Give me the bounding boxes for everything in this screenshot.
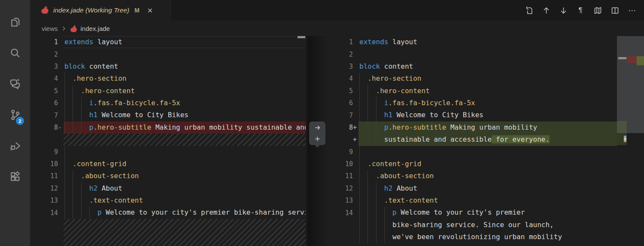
- sidebar-item-run-debug[interactable]: [5, 131, 25, 162]
- minimap-slider[interactable]: [617, 36, 644, 133]
- indent-guide: [359, 73, 360, 85]
- modified-code-row[interactable]: 3block content: [307, 61, 617, 73]
- line-number: 13: [30, 194, 64, 207]
- original-code-row[interactable]: 3block content: [30, 61, 306, 73]
- modified-code-row[interactable]: 7 h1 Welcome to City Bikes: [307, 109, 617, 121]
- modified-code-row[interactable]: we've been revolutionizing urban mobilit…: [307, 231, 617, 243]
- original-code-row[interactable]: 14 p Welcome to your city's premier bike…: [30, 207, 306, 219]
- indent-guide: [384, 219, 385, 231]
- code-line-text: sustainable and accessible for everyone.: [358, 134, 617, 146]
- jade-rabbit-icon: [70, 24, 78, 33]
- modified-code-row[interactable]: 14 p Welcome to your city's premier: [307, 207, 617, 219]
- close-icon[interactable]: [146, 6, 155, 15]
- indent-guide: [368, 207, 368, 219]
- line-number: 11: [307, 170, 358, 182]
- indent-guide: [384, 207, 385, 219]
- modified-code-row[interactable]: 6 i.fas.fa-bicycle.fa-5x: [307, 97, 617, 109]
- diff-change-widget: [309, 121, 325, 145]
- indent-guide: [64, 182, 65, 194]
- original-code-row[interactable]: 5 .hero-content: [30, 85, 306, 97]
- indent-guide: [64, 207, 65, 219]
- minimap-added-line-mark: [617, 121, 627, 133]
- more-actions-icon[interactable]: ⋯: [625, 4, 639, 17]
- original-code-row[interactable]: [30, 134, 306, 146]
- indent-guide: [376, 121, 377, 134]
- code-line-text: .hero-section: [64, 73, 306, 85]
- sidebar-item-copilot-chat[interactable]: [5, 69, 25, 100]
- next-change-icon[interactable]: [556, 4, 570, 17]
- original-code-row[interactable]: 13 .text-content: [30, 194, 306, 207]
- code-line-text: h1 Welcome to City Bikes: [358, 109, 617, 121]
- chat-sparkle-icon: [9, 78, 21, 91]
- modified-code-row[interactable]: 4 .hero-section: [307, 73, 617, 85]
- original-code-row[interactable]: 10 .content-grid: [30, 158, 306, 170]
- line-number: 11: [30, 170, 64, 182]
- original-code-row[interactable]: 11 .about-section: [30, 170, 306, 182]
- breadcrumb-file[interactable]: index.jade: [81, 25, 110, 32]
- tab-index-jade-working-tree[interactable]: index.jade (Working Tree) M: [30, 0, 171, 21]
- original-code-row[interactable]: 7 h1 Welcome to City Bikes: [30, 109, 306, 121]
- sidebar-item-explorer[interactable]: [5, 7, 25, 38]
- line-number: 1: [307, 36, 358, 48]
- original-code-row[interactable]: 9: [30, 146, 306, 158]
- line-number: 14: [307, 207, 358, 219]
- revert-change-icon[interactable]: [312, 123, 322, 133]
- line-number: 4: [307, 73, 358, 85]
- breadcrumb-folder[interactable]: views: [42, 25, 58, 32]
- modified-code-row[interactable]: 9: [307, 146, 617, 158]
- original-code-row[interactable]: 8- p.hero-subtitle Making urban mobility…: [30, 121, 306, 134]
- sidebar-item-search[interactable]: [5, 38, 25, 69]
- indent-guide: [368, 85, 368, 97]
- sidebar-item-extensions[interactable]: [5, 162, 25, 193]
- original-code-row[interactable]: 6 i.fas.fa-bicycle.fa-5x: [30, 97, 306, 109]
- modified-code-row[interactable]: + sustainable and accessible for everyon…: [307, 134, 617, 146]
- indent-guide: [64, 194, 65, 207]
- original-editor[interactable]: 1extends layout23block content4 .hero-se…: [30, 36, 306, 246]
- modified-code-row[interactable]: 8+ p.hero-subtitle Making urban mobility: [307, 121, 617, 134]
- original-code-row[interactable]: 4 .hero-section: [30, 73, 306, 85]
- indent-guide: [368, 170, 368, 182]
- code-line-text: block content: [64, 61, 306, 73]
- indent-guide: [73, 121, 73, 134]
- indent-guide: [359, 207, 360, 219]
- indent-guide: [384, 231, 385, 243]
- line-number: 7: [30, 109, 64, 121]
- indent-guide: [359, 170, 360, 182]
- minimap-cursor-mark: [618, 57, 626, 59]
- revert-file-icon[interactable]: [522, 4, 536, 17]
- previous-change-icon[interactable]: [539, 4, 553, 17]
- line-number: 13: [307, 194, 358, 207]
- code-line-text: p.hero-subtitle Making urban mobility su…: [64, 121, 306, 134]
- modified-code-row[interactable]: 2: [307, 48, 617, 60]
- modified-code-row[interactable]: bike-sharing service. Since our launch,: [307, 219, 617, 231]
- code-line-text: .content-grid: [64, 158, 306, 170]
- original-code-row[interactable]: 2: [30, 48, 306, 60]
- modified-code-row[interactable]: 13 .text-content: [307, 194, 617, 207]
- modified-code-row[interactable]: 10 .content-grid: [307, 158, 617, 170]
- indent-guide: [359, 194, 360, 207]
- original-code-row[interactable]: 1extends layout: [30, 36, 306, 48]
- toggle-whitespace-icon[interactable]: ¶: [574, 4, 587, 17]
- overview-deleted-mark: [627, 56, 637, 63]
- indent-guide: [368, 231, 368, 243]
- sidebar-item-source-control[interactable]: 2: [5, 100, 25, 131]
- code-line-text: extends layout: [358, 36, 617, 48]
- scrollbar-slider[interactable]: [298, 36, 305, 38]
- original-code-row[interactable]: [30, 219, 306, 246]
- code-line-text: h1 Welcome to City Bikes: [64, 109, 306, 121]
- modified-code-row[interactable]: 11 .about-section: [307, 170, 617, 182]
- line-number: [30, 219, 64, 246]
- modified-code-row[interactable]: 12 h2 About: [307, 182, 617, 194]
- original-code-row[interactable]: 12 h2 About: [30, 182, 306, 194]
- line-number: 2: [307, 48, 358, 60]
- split-editor-icon[interactable]: [608, 4, 622, 17]
- stage-change-icon[interactable]: [312, 134, 322, 143]
- minimap: [617, 36, 644, 246]
- indent-guide: [368, 134, 368, 146]
- map-icon[interactable]: [591, 4, 605, 17]
- line-number: 5: [30, 85, 64, 97]
- modified-code-row[interactable]: 5 .hero-content: [307, 85, 617, 97]
- modified-code-row[interactable]: 1extends layout: [307, 36, 617, 48]
- indent-guide: [73, 97, 73, 109]
- modified-editor[interactable]: 1extends layout23block content4 .hero-se…: [307, 36, 617, 246]
